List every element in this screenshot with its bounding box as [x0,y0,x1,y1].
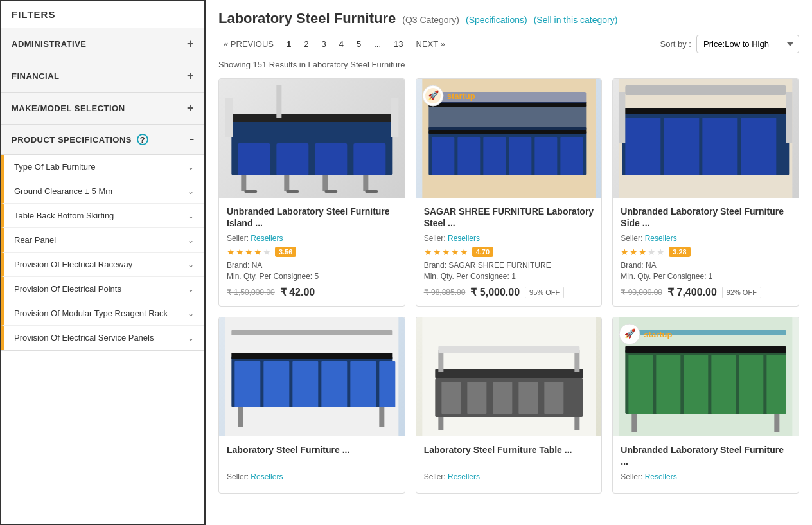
svg-rect-72 [629,355,653,414]
seller-row-6: Seller: Resellers [621,472,791,481]
current-price-3: ₹ 7,400.00 [667,286,717,298]
page-link-5[interactable]: 5 [351,37,366,51]
product-card-6[interactable]: 🚀 startup [612,317,799,494]
stars-2: ★ ★ ★ ★ ★ [424,247,468,257]
electrical-service-chevron: ⌄ [188,334,194,343]
type-lab-furniture-chevron: ⌄ [188,163,194,172]
rating-row-2: ★ ★ ★ ★ ★ 4.70 [424,247,594,257]
svg-rect-37 [703,118,738,175]
product-info-6: Unbranded Laboratory Steel Furniture ...… [613,436,799,493]
filter-item-ground-clearance[interactable]: Ground Clearance ± 5 Mm ⌄ [1,179,204,204]
sidebar: FILTERS ADMINISTRATIVE + FINANCIAL + MAK… [0,0,206,525]
svg-rect-38 [741,118,777,175]
seller-link-2[interactable]: Resellers [448,234,480,243]
svg-rect-23 [432,137,454,175]
svg-rect-8 [322,175,328,191]
product-grid: Unbranded Laboratory Steel Furniture Isl… [218,78,799,494]
svg-rect-75 [712,355,736,414]
seller-row-5: Seller: Resellers [424,472,594,481]
svg-rect-71 [626,346,786,353]
administrative-filter-header[interactable]: ADMINISTRATIVE + [1,28,204,60]
original-price-2: ₹ 98,885.00 [424,288,466,297]
svg-rect-79 [632,414,637,432]
product-image-3 [613,79,799,198]
product-card-1[interactable]: Unbranded Laboratory Steel Furniture Isl… [218,78,405,307]
seller-link-1[interactable]: Resellers [251,234,283,243]
star-2-1: ★ [424,247,432,257]
page-link-2[interactable]: 2 [299,37,313,51]
seller-row-2: Seller: Resellers [424,234,594,243]
page-link-1[interactable]: 1 [281,37,296,51]
svg-rect-34 [622,108,790,114]
seller-row-1: Seller: Resellers [227,234,397,243]
seller-link-6[interactable]: Resellers [645,472,677,481]
page-link-3[interactable]: 3 [317,37,331,51]
svg-rect-3 [276,143,308,175]
electrical-points-chevron: ⌄ [188,285,194,294]
sort-label: Sort by : [660,39,691,49]
product-image-5 [416,317,602,436]
main-content: Laboratory Steel Furniture (Q3 Category)… [206,0,812,525]
filter-item-electrical-points[interactable]: Provision Of Electrical Points ⌄ [1,277,204,301]
svg-rect-61 [544,382,563,414]
svg-rect-41 [626,85,786,95]
prev-page-link[interactable]: « PREVIOUS [218,37,279,51]
svg-rect-35 [626,118,661,175]
star-3-2: ★ [630,247,638,257]
stars-1: ★ ★ ★ ★ ★ [227,247,271,257]
filter-item-electrical-raceway[interactable]: Provision Of Electrical Raceway ⌄ [1,253,204,277]
price-row-1: ₹ 1,50,000.00 ₹ 42.00 [227,286,397,298]
star-1-2: ★ [236,247,244,257]
product-info-2: SAGAR SHREE FURNITURE Laboratory Steel .… [416,198,602,306]
financial-filter-header[interactable]: FINANCIAL + [1,60,204,92]
discount-badge-2: 95% OFF [525,287,564,298]
product-specs-filter-header[interactable]: PRODUCT SPECIFICATIONS ? − [1,125,204,155]
svg-rect-48 [321,361,347,407]
svg-rect-66 [438,346,579,353]
filter-item-electrical-service[interactable]: Provision Of Electrical Service Panels ⌄ [1,326,204,350]
make-model-filter-header[interactable]: MAKE/MODEL SELECTION + [1,93,204,124]
svg-rect-57 [441,382,461,414]
star-2-3: ★ [442,247,450,257]
svg-rect-25 [483,137,506,175]
svg-rect-12 [324,190,337,193]
filter-item-type-lab-furniture[interactable]: Type Of Lab Furniture ⌄ [1,155,204,179]
product-image-4 [219,317,405,436]
product-card-5[interactable]: Laboratory Steel Furniture Table ... Sel… [416,317,603,494]
brand-row-1: Brand: NA [227,261,397,270]
svg-rect-47 [292,361,318,407]
page-link-13[interactable]: 13 [389,37,408,51]
min-qty-row-3: Min. Qty. Per Consignee: 1 [621,272,791,281]
filter-item-rear-panel[interactable]: Rear Panel ⌄ [1,228,204,253]
seller-link-5[interactable]: Resellers [448,472,480,481]
seller-row-4: Seller: Resellers [227,472,397,481]
svg-rect-10 [244,190,257,193]
svg-rect-55 [435,369,583,378]
table-back-bottom-chevron: ⌄ [188,211,194,220]
page-link-4[interactable]: 4 [334,37,349,51]
seller-link-4[interactable]: Resellers [251,472,283,481]
startup-text-6: startup [644,330,672,339]
stars-3: ★ ★ ★ ★ ★ [621,247,665,257]
svg-rect-36 [664,118,700,175]
svg-rect-2 [238,143,270,175]
star-2-2: ★ [433,247,441,257]
filter-item-modular-reagent[interactable]: Provision Of Modular Type Reagent Rack ⌄ [1,301,204,326]
product-card-4[interactable]: Laboratory Steel Furniture ... Seller: R… [218,317,405,494]
seller-link-3[interactable]: Resellers [645,234,677,243]
results-info: Showing 151 Results in Laboratory Steel … [218,60,799,69]
star-1-3: ★ [245,247,253,257]
product-card-3[interactable]: Unbranded Laboratory Steel Furniture Sid… [612,78,799,307]
svg-rect-45 [234,361,260,407]
star-3-5: ★ [657,247,665,257]
product-image-2: 🚀 startup [416,79,602,198]
sell-in-category-link[interactable]: (Sell in this category) [534,15,618,25]
specifications-link[interactable]: (Specifications) [466,15,527,25]
svg-rect-76 [739,355,764,414]
filter-item-table-back-bottom[interactable]: Table Back Bottom Skirting ⌄ [1,204,204,228]
sort-select[interactable]: Price:Low to High Price:High to Low Newe… [696,35,799,53]
product-specs-help-icon[interactable]: ? [137,134,148,145]
svg-rect-13 [365,190,378,193]
product-card-2[interactable]: 🚀 startup [416,78,603,307]
next-page-link[interactable]: NEXT » [411,37,450,51]
